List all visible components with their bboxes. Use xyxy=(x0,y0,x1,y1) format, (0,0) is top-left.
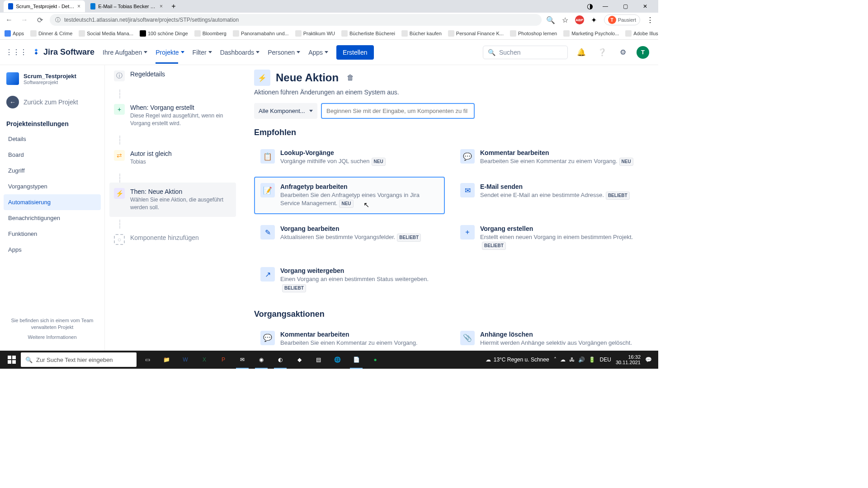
browser-tab[interactable]: E-Mail – Tobias Becker – Outlook × xyxy=(86,0,167,12)
nav-aufgaben[interactable]: Ihre Aufgaben xyxy=(103,49,147,56)
bookmark[interactable]: Bücherliste Bücherei xyxy=(341,30,395,37)
sidebar-item-board[interactable]: Board xyxy=(4,147,101,163)
bookmark[interactable]: Bloomberg xyxy=(194,30,226,37)
chrome-menu-icon[interactable]: ⋮ xyxy=(646,15,655,24)
chrome-icon[interactable]: ◉ xyxy=(252,351,270,369)
bookmark[interactable]: Personal Finance K... xyxy=(448,30,504,37)
action-card-vorgang-erstellen[interactable]: + Vorgang erstellenErstellt einen neuen … xyxy=(454,219,645,256)
excel-icon[interactable]: X xyxy=(195,351,213,369)
settings-gear-icon[interactable]: ⚙ xyxy=(616,45,630,60)
sidebar-item-automatisierung[interactable]: Automatisierung xyxy=(4,194,101,210)
close-tab-icon[interactable]: × xyxy=(77,3,80,9)
maximize-button[interactable]: ▢ xyxy=(618,2,633,11)
project-header[interactable]: Scrum_Testprojekt Softwareprojekt xyxy=(4,70,101,87)
nav-filter[interactable]: Filter xyxy=(193,49,212,56)
action-card-anhaenge-loeschen[interactable]: 📎 Anhänge löschenHiermit werden Anhänge … xyxy=(454,324,645,351)
action-card-lookup[interactable]: 📋 Lookup-VorgängeVorgänge mithilfe von J… xyxy=(254,143,445,172)
volume-icon[interactable]: 🔊 xyxy=(578,357,585,363)
action-card-kommentar-bearbeiten-2[interactable]: 💬 Kommentar bearbeitenBearbeiten Sie ein… xyxy=(254,324,445,351)
bookmark[interactable]: Photoshop lernen xyxy=(510,30,557,37)
sidebar-item-funktionen[interactable]: Funktionen xyxy=(4,226,101,242)
bookmark[interactable]: Panoramabahn und... xyxy=(233,30,289,37)
word-icon[interactable]: W xyxy=(176,351,194,369)
bookmark[interactable]: Adobe Illustrator xyxy=(625,30,658,37)
url-field[interactable]: ⓘ testdeutsch1.atlassian.net/jira/softwa… xyxy=(50,14,542,26)
bookmark[interactable]: 100 schöne Dinge xyxy=(140,30,188,37)
clock[interactable]: 16:32 30.11.2021 xyxy=(616,354,641,365)
sidebar-item-zugriff[interactable]: Zugriff xyxy=(4,163,101,178)
rule-details-row[interactable]: ⓘ Regeldetails xyxy=(109,65,236,87)
action-card-vorgang-bearbeiten[interactable]: ✎ Vorgang bearbeitenAktualisieren Sie be… xyxy=(254,219,445,256)
create-button[interactable]: Erstellen xyxy=(336,45,373,60)
action-card-kommentar-bearbeiten[interactable]: 💬 Kommentar bearbeitenBearbeiten Sie ein… xyxy=(454,143,645,172)
network-icon[interactable]: 🖧 xyxy=(569,357,575,363)
start-button[interactable] xyxy=(3,351,21,369)
onedrive-icon[interactable]: ☁ xyxy=(560,357,566,363)
action-card-anfragetyp[interactable]: 📝 Anfragetyp bearbeitenBearbeiten Sie de… xyxy=(254,177,445,214)
sidebar-item-apps[interactable]: Apps xyxy=(4,242,101,258)
abp-icon[interactable]: ABP xyxy=(575,15,584,24)
zoom-icon[interactable]: 🔍 xyxy=(546,15,555,24)
site-info-icon[interactable]: ⓘ xyxy=(55,16,61,24)
jira-logo[interactable]: Jira Software xyxy=(32,47,94,57)
notepad-icon[interactable]: 📄 xyxy=(347,351,365,369)
powerpoint-icon[interactable]: P xyxy=(214,351,232,369)
bookmark[interactable]: Social Media Mana... xyxy=(79,30,133,37)
app-icon[interactable]: ◆ xyxy=(290,351,308,369)
component-select[interactable]: Alle Komponent... xyxy=(254,103,317,119)
nav-dashboards[interactable]: Dashboards xyxy=(220,49,260,56)
action-card-vorgang-weitergeben[interactable]: ↗ Vorgang weitergebenEinen Vorgang an ei… xyxy=(254,261,445,298)
forward-button[interactable]: → xyxy=(19,14,30,25)
edge-icon[interactable]: 🌐 xyxy=(328,351,346,369)
notifications-icon[interactable]: 🔔 xyxy=(574,45,589,60)
bookmark[interactable]: Bücher kaufen xyxy=(401,30,442,37)
tray-chevron-icon[interactable]: ˄ xyxy=(554,357,557,363)
action-card-email[interactable]: ✉ E-Mail sendenSendet eine E-Mail an ein… xyxy=(454,177,645,214)
profile-pausiert[interactable]: T Pausiert xyxy=(604,14,640,25)
apps-bookmark[interactable]: Apps xyxy=(5,30,24,37)
component-filter-input[interactable] xyxy=(321,103,475,119)
explorer-icon[interactable]: 📁 xyxy=(157,351,175,369)
back-to-project[interactable]: ← Zurück zum Projekt xyxy=(4,91,101,113)
app-switcher-icon[interactable]: ⋮⋮⋮ xyxy=(9,45,24,60)
more-info-link[interactable]: Weitere Informationen xyxy=(8,334,96,341)
bookmark[interactable]: Marketing Psycholo... xyxy=(563,30,619,37)
rule-action-row[interactable]: ⚡ Then: Neue Aktion Wählen Sie eine Akti… xyxy=(109,183,236,217)
reload-button[interactable]: ⟳ xyxy=(34,14,45,25)
bookmark-star-icon[interactable]: ☆ xyxy=(561,15,570,24)
back-button[interactable]: ← xyxy=(4,14,14,25)
language-indicator[interactable]: DEU xyxy=(600,357,611,363)
mail-icon[interactable]: ✉ xyxy=(233,351,251,369)
profile-avatar[interactable]: T xyxy=(637,46,649,59)
sidebar-item-benachrichtigungen[interactable]: Benachrichtigungen xyxy=(4,210,101,226)
new-tab-button[interactable]: + xyxy=(168,1,179,12)
minimize-button[interactable]: — xyxy=(598,2,613,11)
taskbar-search[interactable]: 🔍 Zur Suche Text hier eingeben xyxy=(21,352,137,367)
task-view-icon[interactable]: ▭ xyxy=(138,351,156,369)
sidebar-item-details[interactable]: Details xyxy=(4,131,101,147)
app-icon[interactable]: ▤ xyxy=(309,351,327,369)
help-icon[interactable]: ❔ xyxy=(595,45,609,60)
system-tray[interactable]: ˄ ☁ 🖧 🔊 🔋 xyxy=(554,357,595,363)
close-window-button[interactable]: ✕ xyxy=(637,2,653,11)
obs-icon[interactable]: ◐ xyxy=(271,351,289,369)
search-input[interactable]: 🔍 Suchen xyxy=(483,46,568,59)
nav-apps[interactable]: Apps xyxy=(308,49,328,56)
nav-personen[interactable]: Personen xyxy=(268,49,300,56)
sidebar-item-vorgangstypen[interactable]: Vorgangstypen xyxy=(4,178,101,194)
add-component-row[interactable]: ○ Komponente hinzufügen xyxy=(109,229,236,250)
close-tab-icon[interactable]: × xyxy=(160,3,163,9)
bookmark[interactable]: Praktikum WU xyxy=(295,30,335,37)
rule-condition-row[interactable]: ⇄ Autor ist gleich Tobias xyxy=(109,145,236,171)
rule-when-row[interactable]: + When: Vorgang erstellt Diese Regel wir… xyxy=(109,99,236,133)
browser-tab[interactable]: Scrum_Testprojekt - Details - Jira × xyxy=(4,0,85,12)
bookmark[interactable]: Dinner & Crime xyxy=(30,30,72,37)
extensions-icon[interactable]: ✦ xyxy=(590,15,599,24)
battery-icon[interactable]: 🔋 xyxy=(589,357,595,363)
nav-projekte[interactable]: Projekte xyxy=(156,49,184,56)
weather-widget[interactable]: ☁ 13°C Regen u. Schnee xyxy=(486,357,549,363)
spotify-icon[interactable]: ● xyxy=(366,351,384,369)
notification-center-icon[interactable]: 💬 xyxy=(645,357,652,363)
outlook-favicon xyxy=(90,3,95,9)
delete-icon[interactable]: 🗑 xyxy=(347,74,354,82)
